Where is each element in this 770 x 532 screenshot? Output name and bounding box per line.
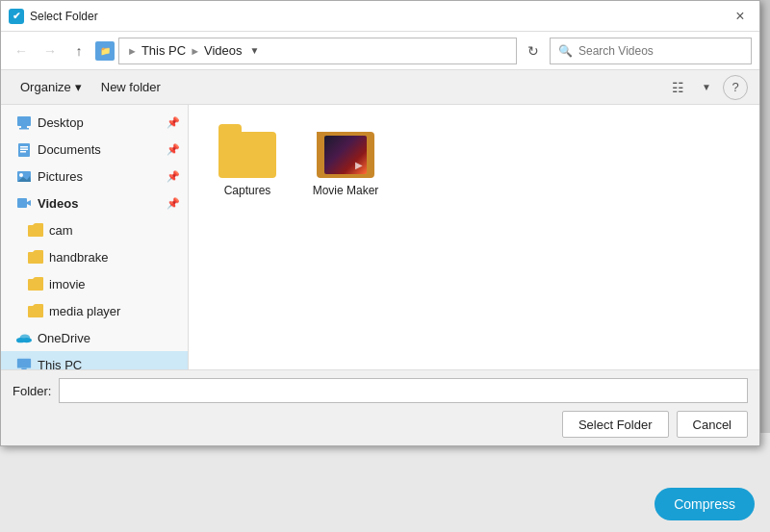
- new-folder-label: New folder: [101, 80, 161, 94]
- desktop-icon: [16, 114, 32, 130]
- svg-marker-11: [27, 200, 31, 206]
- folder-path-input[interactable]: [59, 378, 748, 403]
- pin-icon: 📌: [167, 116, 180, 129]
- forward-button[interactable]: →: [38, 38, 63, 63]
- address-bar: ← → ↑ 📁 ► This PC ► Videos ▼ ↻ 🔍: [1, 32, 759, 70]
- svg-rect-6: [20, 151, 26, 153]
- sidebar-item-documents[interactable]: Documents 📌: [1, 136, 188, 163]
- folder-label: Folder:: [13, 384, 51, 398]
- title-bar: ✔ Select Folder ×: [1, 1, 759, 32]
- svg-point-8: [19, 173, 23, 177]
- videos-icon: [16, 195, 32, 211]
- search-input[interactable]: [578, 44, 743, 58]
- compress-button[interactable]: Compress: [654, 488, 755, 520]
- search-box[interactable]: 🔍: [550, 38, 752, 64]
- sidebar-label: Documents: [38, 142, 101, 157]
- svg-rect-16: [21, 368, 26, 369]
- sidebar-label: handbrake: [49, 250, 108, 265]
- svg-rect-0: [17, 116, 31, 126]
- pin-icon: 📌: [167, 143, 180, 156]
- sidebar: Desktop 📌 Documents 📌 Pictures 📌: [1, 105, 189, 369]
- svg-rect-15: [17, 359, 31, 368]
- sidebar-label: cam: [49, 223, 73, 238]
- sidebar-item-desktop[interactable]: Desktop 📌: [1, 109, 188, 136]
- file-area: Captures Movie Maker: [189, 105, 759, 369]
- path-thispc[interactable]: This PC: [141, 43, 186, 58]
- app-icon: ✔: [9, 9, 24, 24]
- sidebar-item-handbrake[interactable]: handbrake: [1, 243, 188, 270]
- refresh-button[interactable]: ↻: [521, 38, 546, 63]
- svg-rect-2: [19, 128, 29, 130]
- cancel-button[interactable]: Cancel: [677, 411, 748, 438]
- sidebar-item-videos[interactable]: Videos 📌: [1, 190, 188, 216]
- dialog-title: Select Folder: [30, 10, 729, 23]
- organize-button[interactable]: Organize ▾: [13, 76, 90, 98]
- folder-icon: [28, 303, 43, 318]
- path-arrow: ►: [127, 45, 138, 57]
- help-button[interactable]: ?: [723, 75, 748, 100]
- moviemaker-folder-name: Movie Maker: [313, 184, 379, 197]
- svg-rect-1: [21, 126, 27, 128]
- sidebar-label: media player: [49, 304, 120, 318]
- organize-dropdown-icon: ▾: [75, 80, 82, 94]
- folder-input-row: Folder:: [13, 378, 748, 403]
- background-app: Compress: [0, 433, 770, 532]
- view-toggle-button[interactable]: ☷: [665, 75, 690, 100]
- sidebar-item-imovie[interactable]: imovie: [1, 270, 188, 297]
- sidebar-label: Desktop: [38, 115, 84, 130]
- organize-label: Organize: [20, 80, 71, 94]
- svg-rect-10: [17, 198, 27, 208]
- path-sep: ►: [190, 45, 200, 57]
- captures-folder-icon: [218, 128, 276, 178]
- sidebar-item-onedrive[interactable]: OneDrive: [1, 324, 188, 351]
- pin-icon: 📌: [167, 170, 180, 183]
- pictures-icon: [16, 168, 32, 184]
- onedrive-icon: [16, 330, 32, 345]
- select-folder-dialog: ✔ Select Folder × ← → ↑ 📁 ► This PC ► Vi…: [0, 0, 760, 446]
- back-button[interactable]: ←: [9, 38, 34, 63]
- sidebar-item-cam[interactable]: cam: [1, 216, 188, 243]
- close-button[interactable]: ×: [729, 5, 752, 28]
- folder-moviemaker[interactable]: Movie Maker: [302, 120, 389, 205]
- sidebar-label: imovie: [49, 277, 86, 291]
- up-button[interactable]: ↑: [66, 38, 91, 63]
- path-dropdown[interactable]: ▼: [250, 45, 260, 56]
- sidebar-label: Pictures: [38, 169, 83, 184]
- button-row: Select Folder Cancel: [13, 411, 748, 438]
- select-folder-button[interactable]: Select Folder: [562, 411, 669, 438]
- sidebar-label: This PC: [38, 358, 82, 370]
- captures-folder-name: Captures: [224, 184, 271, 197]
- view-dropdown-button[interactable]: ▼: [694, 75, 719, 100]
- pin-icon: 📌: [167, 197, 180, 210]
- svg-point-14: [20, 334, 31, 341]
- thispc-icon: [16, 357, 32, 369]
- new-folder-button[interactable]: New folder: [93, 76, 168, 98]
- search-icon: 🔍: [558, 44, 573, 58]
- documents-icon: [16, 141, 32, 157]
- bottom-bar: Folder: Select Folder Cancel: [1, 369, 759, 445]
- sidebar-item-mediaplayer[interactable]: media player: [1, 297, 188, 324]
- svg-rect-5: [20, 149, 28, 151]
- folder-captures[interactable]: Captures: [204, 120, 291, 205]
- sidebar-item-thispc[interactable]: This PC: [1, 351, 188, 369]
- folder-icon: [28, 276, 43, 291]
- svg-rect-4: [20, 146, 28, 148]
- sidebar-label: Videos: [38, 196, 78, 211]
- folder-icon: [28, 222, 43, 238]
- moviemaker-folder-icon: [317, 128, 374, 178]
- path-videos[interactable]: Videos: [204, 43, 243, 58]
- sidebar-label: OneDrive: [38, 331, 90, 345]
- sidebar-item-pictures[interactable]: Pictures 📌: [1, 163, 188, 190]
- toolbar-right: ☷ ▼ ?: [665, 75, 748, 100]
- toolbar: Organize ▾ New folder ☷ ▼ ?: [1, 70, 759, 105]
- folder-icon: [28, 249, 43, 265]
- address-path[interactable]: ► This PC ► Videos ▼: [118, 38, 517, 64]
- content-area: Desktop 📌 Documents 📌 Pictures 📌: [1, 105, 759, 369]
